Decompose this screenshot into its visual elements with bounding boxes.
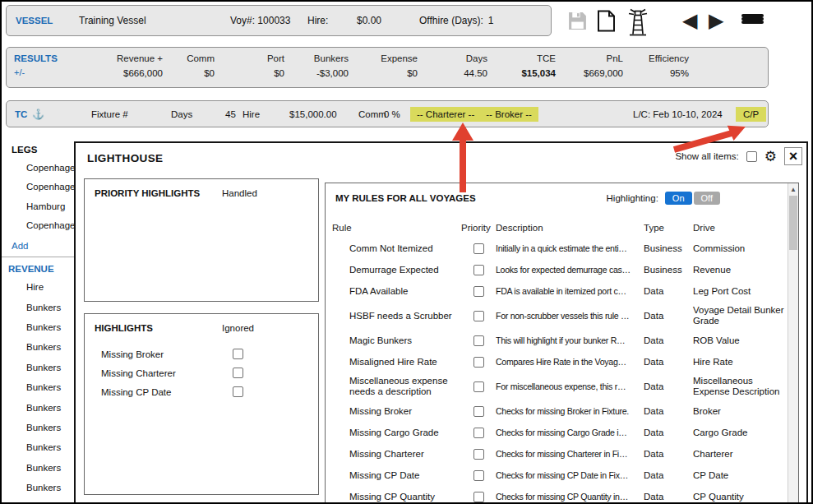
revenue-item[interactable]: Bunkers (2, 297, 81, 317)
priority-checkbox[interactable] (473, 335, 484, 346)
rule-type: Data (644, 381, 693, 391)
ignored-checkbox[interactable] (233, 349, 243, 359)
rule-name: Missing CP Quantity (332, 488, 461, 504)
leg-item[interactable]: Copenhage (2, 216, 81, 236)
rules-header: MY RULES FOR ALL VOYAGES Highlighting: O… (326, 183, 798, 205)
tc-bar: TC ⚓ Fixture # Days 45 Hire $15,000.00 C… (6, 100, 769, 127)
priority-checkbox[interactable] (473, 311, 484, 321)
priority-checkbox[interactable] (473, 406, 484, 417)
metric-value: $0 (215, 68, 284, 78)
metric-value: $0 (349, 68, 418, 78)
gear-icon[interactable]: ⚙ (764, 148, 777, 165)
metric-label: Expense (349, 53, 418, 63)
charterer-broker-field[interactable]: -- Charterer -- -- Broker -- (410, 107, 538, 122)
highlight-label: Missing CP Date (101, 387, 233, 397)
lighthouse-icon[interactable] (625, 7, 651, 40)
revenue-item[interactable]: Bunkers (2, 418, 81, 437)
rule-description: Looks for expected demurrage cas… (496, 265, 644, 275)
rule-name: Comm Not Itemized (332, 240, 461, 257)
revenue-item[interactable]: Hire (2, 277, 81, 297)
anchor-icon: ⚓ (32, 109, 44, 120)
priority-checkbox[interactable] (473, 449, 484, 460)
priority-checkbox[interactable] (473, 492, 484, 502)
rule-name: Missing Broker (332, 403, 461, 420)
col-drive: Drive (693, 223, 798, 233)
results-plus-minus[interactable]: +/- (14, 67, 58, 77)
metric-label: TCE (487, 53, 556, 63)
metric-value: 44.50 (418, 68, 487, 78)
priority-checkbox[interactable] (473, 243, 484, 254)
rule-type: Data (644, 428, 693, 437)
rule-row: Comm Not Itemized Initially in a quick e… (326, 238, 788, 259)
leg-item[interactable]: Copenhage (2, 178, 81, 197)
revenue-item[interactable]: Bunkers (2, 397, 81, 417)
toggle-off-button[interactable]: Off (694, 192, 720, 205)
rule-drive: Leg Port Cost (693, 283, 788, 300)
save-icon[interactable] (567, 11, 588, 34)
hire-value: $0.00 (357, 15, 381, 26)
leg-item[interactable]: Hamburg (2, 197, 81, 216)
add-leg-link[interactable]: Add (2, 235, 81, 257)
rule-name: Missing Cargo Grade (332, 424, 461, 442)
rule-name: Demurrage Expected (332, 261, 461, 279)
toggle-on-button[interactable]: On (665, 192, 692, 205)
rule-description: For non-scrubber vessels this rule … (496, 311, 644, 321)
handled-column-label: Handled (222, 188, 257, 198)
offhire-value: 1 (488, 15, 494, 26)
revenue-item[interactable]: Bunkers (2, 458, 81, 478)
metric-label: Bunkers (284, 53, 349, 63)
menu-icon[interactable] (741, 14, 764, 24)
priority-checkbox[interactable] (473, 428, 484, 438)
rule-description: FDA is available in itemized port c… (496, 286, 644, 296)
toolbar: ◀ ▶ (561, 5, 811, 41)
priority-checkbox[interactable] (473, 357, 484, 368)
next-arrow-icon[interactable]: ▶ (709, 11, 723, 30)
revenue-item[interactable]: Bunkers (2, 478, 81, 497)
rule-type: Data (644, 449, 693, 459)
rule-type: Data (644, 286, 693, 296)
metric-label: Efficiency (623, 53, 689, 63)
rule-name: HSBF needs a Scrubber (332, 307, 461, 325)
rules-scrollbar[interactable]: ▲ (788, 183, 798, 504)
results-bar: RESULTS +/- Revenue + $666,000 Comm $0 P… (6, 47, 769, 88)
fixture-label: Fixture # (91, 109, 128, 119)
priority-checkbox[interactable] (473, 265, 484, 275)
rule-description: Compares Hire Rate in the Voyag… (496, 357, 644, 367)
scrollbar-thumb[interactable] (789, 196, 797, 250)
rule-drive: Miscellaneous Expense Description (693, 372, 788, 400)
ignored-checkbox[interactable] (233, 386, 243, 397)
close-icon[interactable]: × (784, 147, 802, 165)
col-rule: Rule (332, 223, 461, 233)
document-icon[interactable] (597, 10, 616, 35)
rule-row: HSBF needs a Scrubber For non-scrubber v… (326, 302, 788, 330)
highlight-label: Missing Broker (101, 349, 233, 359)
prev-arrow-icon[interactable]: ◀ (682, 11, 697, 30)
cp-button[interactable]: C/P (736, 107, 766, 122)
rule-type: Data (644, 311, 693, 321)
rule-row: Miscellaneous expense needs a descriptio… (326, 372, 788, 400)
revenue-item[interactable]: Bunkers (2, 437, 81, 457)
priority-checkbox[interactable] (473, 286, 484, 297)
result-metric: Port $0 (215, 53, 284, 78)
revenue-item[interactable]: Off hire (2, 497, 81, 504)
priority-checkbox[interactable] (473, 470, 484, 481)
revenue-item[interactable]: Bunkers (2, 377, 81, 397)
rule-drive: CP Date (693, 467, 788, 484)
rule-description: Checks for missing Cargo Grade i… (496, 428, 644, 437)
rule-description: Checks for missing CP Date in Fix… (496, 470, 644, 480)
leg-item[interactable]: Copenhage (2, 158, 81, 178)
revenue-item[interactable]: Bunkers (2, 358, 81, 377)
metric-label: Days (418, 53, 487, 63)
rule-row: Missing Charterer Checks for missing Cha… (326, 443, 788, 465)
metric-value: $0 (163, 68, 215, 78)
charterer-placeholder[interactable]: -- Charterer -- (417, 109, 474, 119)
revenue-item[interactable]: Bunkers (2, 337, 81, 357)
priority-checkbox[interactable] (473, 381, 484, 392)
broker-placeholder[interactable]: -- Broker -- (486, 109, 532, 119)
highlighting-label: Highlighting: (607, 193, 658, 203)
rule-row: Magic Bunkers This will highlight if you… (326, 330, 788, 351)
ignored-checkbox[interactable] (233, 368, 243, 378)
rule-type: Business (644, 243, 693, 253)
revenue-item[interactable]: Bunkers (2, 317, 81, 337)
scroll-up-icon[interactable]: ▲ (788, 183, 798, 195)
